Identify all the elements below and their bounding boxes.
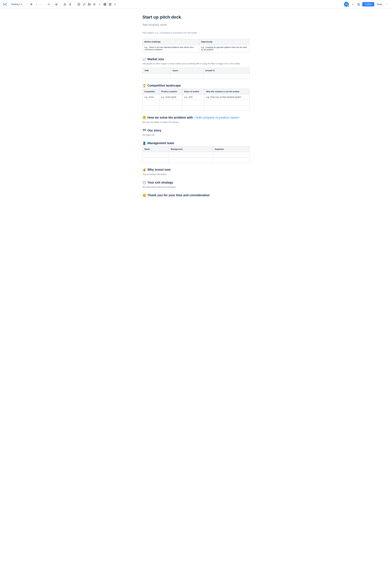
bullet-list-button[interactable] (63, 2, 67, 7)
emoji-button[interactable]: ☺ (97, 2, 102, 7)
market-size-header-row: TAM Users Growth % (142, 68, 250, 73)
our-story-emoji: 🏁 (142, 128, 146, 132)
exit-strategy-section: 📋 Your exit strategy We will provide sev… (142, 181, 250, 189)
why-solution-cell-2[interactable] (204, 100, 250, 105)
why-solution-cell-3[interactable] (204, 105, 250, 111)
exit-strategy-heading[interactable]: 📋 Your exit strategy (142, 181, 250, 184)
share-market-cell-1[interactable]: e.g., 42% (182, 94, 204, 100)
competitive-header-row: Competitor Product solution Share of mar… (142, 89, 250, 94)
mention-button[interactable]: @ (92, 2, 97, 7)
our-story-heading-text: Our story (147, 129, 161, 132)
name-cell-2[interactable] (142, 157, 169, 163)
toolbar-divider-5 (74, 2, 75, 6)
how-solve-prefix: How we solve the problem with (147, 116, 193, 119)
our-story-subtext: We began by... (142, 133, 250, 137)
bold-button[interactable]: B (29, 2, 34, 7)
align-button[interactable]: ≡ ▾ (47, 2, 51, 7)
product-solution-cell-2[interactable] (159, 100, 182, 105)
our-story-heading[interactable]: 🏁 Our story (142, 128, 250, 132)
lock-button[interactable] (356, 2, 361, 7)
layout-button[interactable] (108, 2, 112, 7)
product-solution-col-header: Product solution (159, 89, 182, 94)
task-button[interactable] (77, 2, 81, 7)
management-heading[interactable]: 👤 Management team (142, 141, 250, 145)
market-challenge-table: Market challenge Opportunity e.g., There… (142, 39, 250, 52)
background-cell-1[interactable] (169, 152, 213, 157)
toolbar-divider-2 (45, 2, 45, 6)
how-solve-heading: 🤔 How we solve the problem with <Add com… (142, 116, 250, 119)
company-name-placeholder[interactable]: Add company name (142, 23, 250, 27)
market-challenge-cell-1[interactable]: e.g., There is not one standard platform… (142, 45, 199, 52)
thank-you-section: 😊 Thank you for your time and considerat… (142, 193, 250, 197)
italic-button[interactable]: I (34, 2, 39, 7)
market-challenge-header-row: Market challenge Opportunity (142, 39, 250, 45)
competitive-emoji: 🏆 (142, 84, 146, 87)
tagline-placeholder[interactable]: Add tagline: e.g., Changing e-commerce f… (142, 32, 250, 34)
toolbar-divider-3 (52, 2, 53, 6)
why-solution-cell-1[interactable]: e.g., Only runs on their backend system (204, 94, 250, 100)
document-title[interactable]: Start up pitch deck (142, 15, 250, 20)
content-area: Start up pitch deck Add company name Add… (139, 9, 253, 214)
share-market-cell-2[interactable] (182, 100, 204, 105)
svg-rect-6 (64, 5, 66, 5)
growth-cell[interactable] (204, 73, 250, 79)
numbered-list-button[interactable]: 1. 2. 3. (68, 2, 73, 7)
background-col-header: Background (169, 146, 213, 152)
product-solution-cell-1[interactable]: e.g., Acme Quick (159, 94, 182, 100)
user-avatar[interactable]: CK (344, 2, 349, 7)
competitive-row-3 (142, 105, 250, 111)
svg-point-24 (359, 5, 359, 5)
insert-button[interactable]: + ▾ (113, 2, 117, 7)
svg-rect-12 (70, 5, 71, 5)
background-cell-2[interactable] (169, 157, 213, 163)
svg-point-3 (64, 4, 64, 5)
market-challenge-table-block: Market challenge Opportunity e.g., There… (142, 39, 250, 52)
heading-selector[interactable]: Heading 2 ▾ (10, 2, 25, 6)
users-cell[interactable] (171, 73, 204, 79)
more-options-icon: ··· (386, 3, 388, 6)
share-market-cell-3[interactable] (182, 105, 204, 111)
more-text-button[interactable]: ··· (39, 2, 43, 7)
expertise-cell-1[interactable] (213, 152, 250, 157)
market-size-heading-text: Market size (147, 57, 164, 61)
heading-selector-chevron: ▾ (21, 3, 22, 5)
management-table: Name Background Expertise (142, 146, 250, 163)
competitive-table: Competitor Product solution Share of mar… (142, 89, 250, 111)
opportunity-cell-1[interactable]: e.g., Creating an agnostic platform that… (199, 45, 250, 52)
svg-rect-13 (78, 3, 80, 5)
competitive-heading[interactable]: 🏆 Competitive landscape (142, 84, 250, 87)
competitor-cell-3[interactable] (142, 105, 159, 111)
exit-strategy-emoji: 📋 (142, 181, 146, 184)
svg-rect-22 (110, 3, 111, 5)
exit-strategy-heading-text: Your exit strategy (147, 181, 173, 184)
product-solution-cell-3[interactable] (159, 105, 182, 111)
name-cell-1[interactable] (142, 152, 169, 157)
toolbar-right: CK + Publish Close ··· (344, 2, 390, 7)
close-button[interactable]: Close (376, 2, 383, 6)
image-button[interactable] (87, 2, 92, 7)
competitor-cell-2[interactable] (142, 100, 159, 105)
more-options-button[interactable]: ··· (385, 2, 390, 7)
how-solve-company-link[interactable]: <Add company or product name> (194, 116, 240, 119)
text-format-group: B I ··· (29, 2, 43, 7)
management-row-2 (142, 157, 250, 163)
competitor-cell-1[interactable]: e.g., Acme (142, 94, 159, 100)
link-button[interactable] (82, 2, 87, 7)
table-button[interactable] (102, 2, 107, 7)
text-color-button[interactable]: A ▾ (55, 2, 59, 7)
tam-cell[interactable] (142, 73, 171, 79)
align-chevron: ▾ (49, 3, 50, 5)
competitor-col-header: Competitor (142, 89, 159, 94)
why-invest-heading[interactable]: 💰 Why invest now (142, 168, 250, 172)
svg-text:3.: 3. (69, 5, 70, 5)
management-row-1 (142, 152, 250, 157)
expertise-cell-2[interactable] (213, 157, 250, 163)
market-size-heading[interactable]: 📈 Market size (142, 57, 250, 61)
users-col-header: Users (171, 68, 204, 73)
thank-you-heading-text: Thank you for your time and consideratio… (147, 193, 210, 197)
publish-button[interactable]: Publish (362, 2, 374, 6)
exit-strategy-subtext: We will provide several exit strategies.… (142, 186, 250, 189)
our-story-section: 🏁 Our story We began by... (142, 128, 250, 137)
why-solution-col-header: Why this solution is not the answer (204, 89, 250, 94)
add-collaborator-button[interactable]: + (350, 2, 355, 7)
